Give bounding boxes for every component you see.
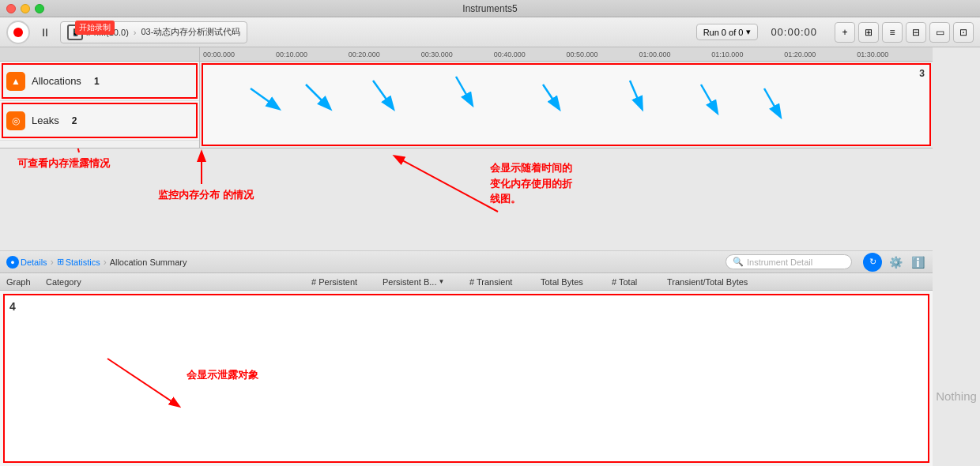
nothing-label: Nothing	[936, 389, 977, 403]
ruler-ticks: 00:00.000 00:10.000 00:20.000 00:30.000 …	[200, 51, 933, 58]
bottom-breadcrumb: ● Details › ⊞ Statistics › Allocation Su…	[6, 256, 187, 269]
svg-line-2	[373, 81, 393, 108]
col-graph-label: Graph	[6, 277, 31, 287]
col-persistent-b-label: Persistent B...	[383, 277, 436, 287]
annotation-text4: 会显示泄露对象	[187, 369, 258, 381]
settings-button[interactable]: ⚙️	[887, 254, 904, 271]
bottom-panel: ● Details › ⊞ Statistics › Allocation Su…	[0, 251, 933, 466]
refresh-button[interactable]: ↻	[863, 253, 882, 272]
record-dot	[13, 28, 23, 37]
bc-sep2: ›	[104, 257, 107, 268]
col-transient-label: # Transient	[469, 277, 512, 287]
allocations-icon: ▲	[6, 72, 25, 91]
svg-line-4	[543, 85, 559, 108]
minimize-button[interactable]	[21, 4, 30, 13]
graph-arrows-svg	[203, 65, 929, 145]
col-header-trans-total[interactable]: Transient/Total Bytes	[664, 277, 929, 287]
project-label: 03-动态内存分析测试代码	[141, 26, 240, 38]
tick-8: 01:20.000	[784, 51, 857, 58]
sort-arrow-icon: ▼	[438, 278, 444, 285]
col-header-persistent[interactable]: # Persistent	[308, 277, 379, 287]
details-link[interactable]: Details	[21, 257, 47, 267]
leaks-label: Leaks	[32, 115, 59, 126]
add-instrument-button[interactable]: +	[835, 22, 855, 43]
allocations-track[interactable]: ▲ Allocations 1	[0, 62, 199, 101]
pause-button[interactable]: ⏸	[35, 22, 55, 43]
col-header-graph[interactable]: Graph	[3, 277, 43, 287]
col-category-label: Category	[46, 277, 81, 287]
annotation-area: 可查看内存泄露情况 监控内存分布 的情况 会显示随着时间的变化内存使用的折线图。	[0, 148, 933, 251]
annotation-text1: 可查看内存泄露情况	[17, 156, 110, 171]
col-header-total-bytes[interactable]: Total Bytes	[537, 277, 609, 287]
table-body: 4 会显示泄露对象	[3, 294, 929, 463]
maximize-button[interactable]	[35, 4, 44, 13]
run-selector[interactable]: Run 0 of 0 ▾	[696, 24, 759, 40]
view-btn2[interactable]: ≡	[882, 22, 903, 43]
tick-0: 00:00.000	[203, 51, 276, 58]
breadcrumb-sep1: ›	[134, 28, 137, 37]
window-title: Instruments5	[462, 3, 517, 14]
run-label: Run 0 of 0	[703, 28, 744, 37]
tick-5: 00:50.000	[567, 51, 639, 58]
svg-line-7	[764, 88, 780, 116]
tick-1: 00:10.000	[276, 51, 349, 58]
run-info: Run 0 of 0 ▾ 00:00:00	[696, 24, 817, 40]
tick-2: 00:20.000	[349, 51, 421, 58]
bottom-toolbar: ● Details › ⊞ Statistics › Allocation Su…	[0, 251, 933, 273]
col-header-transient[interactable]: # Transient	[466, 277, 537, 287]
begin-record-label: 开始录制	[75, 21, 115, 35]
toolbar-right-buttons: + ⊞ ≡ ⊟ ▭ ⊡	[835, 22, 974, 43]
col-header-category[interactable]: Category	[43, 277, 308, 287]
traffic-lights	[6, 4, 44, 13]
title-bar: Instruments5	[0, 0, 980, 17]
svg-line-6	[701, 85, 717, 112]
search-icon: 🔍	[733, 257, 744, 267]
table-header: Graph Category # Persistent Persistent B…	[0, 273, 933, 291]
svg-line-11	[107, 359, 179, 406]
leaks-number: 2	[72, 115, 77, 126]
annotation-text2: 监控内存分布 的情况	[158, 188, 254, 202]
col-total-label: # Total	[612, 277, 637, 287]
view-btn3[interactable]: ⊟	[906, 22, 926, 43]
col-header-total[interactable]: # Total	[609, 277, 664, 287]
search-box[interactable]: 🔍 Instrument Detail	[726, 254, 852, 269]
tick-7: 01:10.000	[711, 51, 784, 58]
svg-line-5	[630, 81, 642, 108]
col-total-bytes-label: Total Bytes	[541, 277, 583, 287]
toolbar: ⏸ 开始录制 📱 iPh...(10.0) › 03-动态内存分析测试代码 Ru…	[0, 17, 980, 47]
tick-3: 00:30.000	[421, 51, 494, 58]
record-button[interactable]	[6, 21, 30, 44]
chevron-down-icon: ▾	[746, 27, 751, 37]
leaks-track[interactable]: ◎ Leaks 2	[0, 101, 199, 141]
timeline-ruler: 00:00.000 00:10.000 00:20.000 00:30.000 …	[0, 47, 933, 62]
tick-6: 01:00.000	[639, 51, 711, 58]
svg-line-8	[63, 148, 79, 152]
annotation-text4-container: 会显示泄露对象	[187, 368, 258, 382]
view-btn5[interactable]: ⊡	[953, 22, 974, 43]
svg-line-0	[251, 88, 278, 108]
col-trans-total-label: Transient/Total Bytes	[667, 277, 748, 287]
bottom-right-icons: ↻ ⚙️ ℹ️	[863, 253, 926, 272]
col-header-persistent-b[interactable]: Persistent B... ▼	[379, 277, 466, 287]
allocations-label: Allocations	[32, 75, 81, 87]
leaks-icon: ◎	[6, 111, 25, 130]
nothing-panel: Nothing	[933, 47, 980, 466]
statistics-icon: ⊞	[57, 257, 64, 267]
timer-display: 00:00:00	[771, 26, 817, 38]
view-btn1[interactable]: ⊞	[858, 22, 879, 43]
content-area: 00:00.000 00:10.000 00:20.000 00:30.000 …	[0, 47, 933, 466]
ruler-spacer	[0, 47, 200, 61]
view-btn4[interactable]: ▭	[929, 22, 950, 43]
svg-line-10	[395, 156, 498, 212]
annotation-text3: 会显示随着时间的变化内存使用的折线图。	[490, 160, 572, 207]
allocation-summary-label: Allocation Summary	[110, 257, 187, 267]
annotation-arrows-svg	[0, 148, 933, 250]
close-button[interactable]	[6, 4, 16, 13]
main-area: 00:00.000 00:10.000 00:20.000 00:30.000 …	[0, 47, 980, 466]
info-button[interactable]: ℹ️	[909, 254, 926, 271]
col-persistent-label: # Persistent	[311, 277, 357, 287]
tick-4: 00:40.000	[494, 51, 567, 58]
statistics-link[interactable]: ⊞ Statistics	[57, 257, 100, 267]
search-placeholder: Instrument Detail	[747, 257, 812, 267]
svg-line-1	[306, 85, 330, 108]
